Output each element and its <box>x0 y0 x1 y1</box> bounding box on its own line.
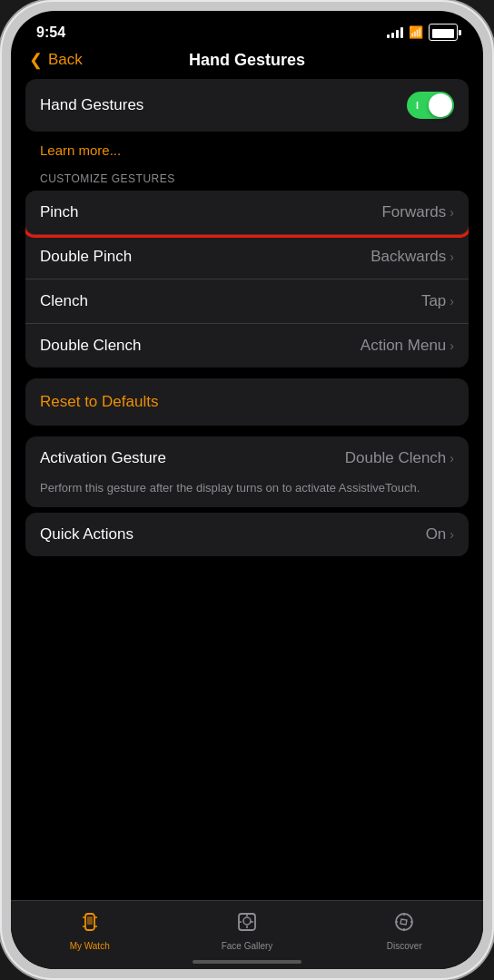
activation-gesture-hint: Perform this gesture after the display t… <box>25 480 469 507</box>
svg-point-12 <box>396 914 412 930</box>
svg-point-7 <box>243 917 251 925</box>
face-gallery-icon <box>235 910 259 937</box>
back-chevron-icon: ❮ <box>29 50 43 70</box>
activation-gesture-value: Double Clench › <box>345 449 454 467</box>
quick-actions-label: Quick Actions <box>40 525 133 544</box>
back-label: Back <box>48 51 83 69</box>
gesture-name-pinch: Pinch <box>40 203 79 221</box>
tab-face-gallery[interactable]: Face Gallery <box>168 910 325 951</box>
chevron-right-icon-double-clench: › <box>450 338 454 353</box>
activation-gesture-card: Activation Gesture Double Clench › Perfo… <box>25 436 469 507</box>
gesture-value-pinch-text: Forwards <box>381 203 446 221</box>
hand-gestures-card: Hand Gestures I <box>25 79 469 132</box>
gesture-value-clench-text: Tap <box>421 292 446 310</box>
quick-actions-value-text: On <box>426 525 447 544</box>
gesture-value-double-pinch: Backwards › <box>370 248 454 266</box>
nav-bar: ❮ Back Hand Gestures <box>11 44 483 79</box>
chevron-right-icon-clench: › <box>450 294 454 309</box>
tab-face-gallery-label: Face Gallery <box>222 941 273 951</box>
learn-more-link[interactable]: Learn more... <box>25 142 469 167</box>
hand-gestures-toggle-row[interactable]: Hand Gestures I <box>25 79 469 132</box>
gesture-value-clench: Tap › <box>421 292 454 310</box>
svg-marker-13 <box>400 919 407 925</box>
chevron-right-icon-quick-actions: › <box>450 527 454 542</box>
gesture-name-clench: Clench <box>40 292 88 310</box>
activation-gesture-row[interactable]: Activation Gesture Double Clench › <box>25 436 469 480</box>
phone-frame: 9:54 📶 ❮ Back Hand Gest <box>0 0 494 980</box>
content-area: Hand Gestures I Learn more... CUSTOMIZE … <box>11 79 483 874</box>
tab-my-watch[interactable]: My Watch <box>11 910 168 951</box>
tab-bar: My Watch Face Gallery <box>11 900 483 969</box>
gesture-value-pinch: Forwards › <box>381 203 454 221</box>
hand-gestures-label: Hand Gestures <box>40 96 143 114</box>
my-watch-icon <box>78 910 102 937</box>
battery-icon <box>429 24 458 41</box>
activation-gesture-label: Activation Gesture <box>40 449 166 467</box>
gesture-value-double-clench: Action Menu › <box>361 337 454 355</box>
quick-actions-value: On › <box>426 525 454 544</box>
hand-gestures-toggle[interactable]: I <box>407 92 454 119</box>
activation-gesture-value-text: Double Clench <box>345 449 447 467</box>
gesture-name-double-clench: Double Clench <box>40 337 142 355</box>
status-time: 9:54 <box>36 24 65 41</box>
gesture-value-double-pinch-text: Backwards <box>370 248 446 266</box>
page-title: Hand Gestures <box>189 51 305 70</box>
customize-gestures-label: CUSTOMIZE GESTURES <box>25 167 469 191</box>
gestures-card: Pinch Forwards › Double Pinch Backwards … <box>25 191 469 368</box>
gesture-row-clench[interactable]: Clench Tap › <box>25 279 469 324</box>
chevron-right-icon-activation: › <box>450 451 454 466</box>
gesture-row-double-clench[interactable]: Double Clench Action Menu › <box>25 324 469 368</box>
wifi-icon: 📶 <box>409 25 423 39</box>
tab-discover[interactable]: Discover <box>326 910 483 951</box>
tab-my-watch-label: My Watch <box>70 941 110 951</box>
quick-actions-row[interactable]: Quick Actions On › <box>25 513 469 556</box>
toggle-thumb <box>429 93 452 117</box>
chevron-right-icon-pinch: › <box>450 205 454 220</box>
gesture-row-pinch[interactable]: Pinch Forwards › <box>25 191 469 235</box>
toggle-i-label: I <box>416 100 419 111</box>
tab-discover-label: Discover <box>387 941 422 951</box>
svg-rect-1 <box>87 916 93 925</box>
gesture-name-double-pinch: Double Pinch <box>40 248 132 266</box>
signal-icon <box>387 27 403 38</box>
notch <box>188 11 306 36</box>
back-button[interactable]: ❮ Back <box>29 50 83 70</box>
reset-to-defaults-button[interactable]: Reset to Defaults <box>25 378 469 426</box>
gesture-row-double-pinch[interactable]: Double Pinch Backwards › <box>25 235 469 279</box>
quick-actions-card: Quick Actions On › <box>25 513 469 556</box>
reset-card: Reset to Defaults <box>25 378 469 426</box>
phone-screen: 9:54 📶 ❮ Back Hand Gest <box>11 11 483 969</box>
home-indicator <box>193 960 301 964</box>
gesture-value-double-clench-text: Action Menu <box>361 337 447 355</box>
status-icons: 📶 <box>387 24 458 41</box>
discover-icon <box>392 910 416 937</box>
chevron-right-icon-double-pinch: › <box>450 250 454 264</box>
